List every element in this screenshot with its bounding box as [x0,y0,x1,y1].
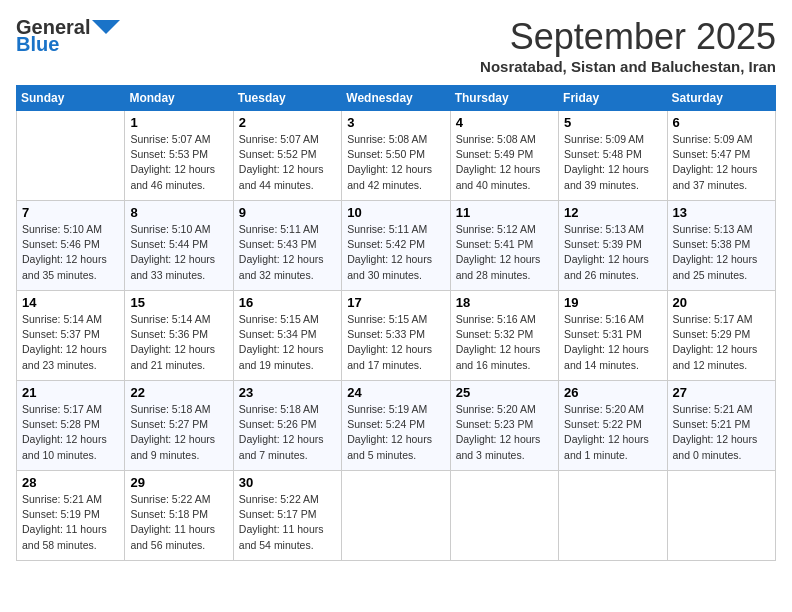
calendar-cell: 5Sunrise: 5:09 AM Sunset: 5:48 PM Daylig… [559,111,667,201]
calendar-cell: 9Sunrise: 5:11 AM Sunset: 5:43 PM Daylig… [233,201,341,291]
day-info: Sunrise: 5:08 AM Sunset: 5:50 PM Dayligh… [347,132,444,193]
day-info: Sunrise: 5:13 AM Sunset: 5:39 PM Dayligh… [564,222,661,283]
col-header-sunday: Sunday [17,86,125,111]
calendar-week-row: 1Sunrise: 5:07 AM Sunset: 5:53 PM Daylig… [17,111,776,201]
calendar-cell [667,471,775,561]
title-block: September 2025 Nosratabad, Sistan and Ba… [480,16,776,75]
calendar-cell: 19Sunrise: 5:16 AM Sunset: 5:31 PM Dayli… [559,291,667,381]
calendar-cell: 17Sunrise: 5:15 AM Sunset: 5:33 PM Dayli… [342,291,450,381]
day-info: Sunrise: 5:15 AM Sunset: 5:33 PM Dayligh… [347,312,444,373]
day-number: 26 [564,385,661,400]
day-number: 6 [673,115,770,130]
calendar-header-row: SundayMondayTuesdayWednesdayThursdayFrid… [17,86,776,111]
calendar-cell: 15Sunrise: 5:14 AM Sunset: 5:36 PM Dayli… [125,291,233,381]
day-info: Sunrise: 5:15 AM Sunset: 5:34 PM Dayligh… [239,312,336,373]
day-number: 25 [456,385,553,400]
day-info: Sunrise: 5:07 AM Sunset: 5:52 PM Dayligh… [239,132,336,193]
day-number: 23 [239,385,336,400]
logo: General Blue [16,16,120,56]
location-subtitle: Nosratabad, Sistan and Baluchestan, Iran [480,58,776,75]
col-header-wednesday: Wednesday [342,86,450,111]
day-number: 9 [239,205,336,220]
calendar-cell: 25Sunrise: 5:20 AM Sunset: 5:23 PM Dayli… [450,381,558,471]
calendar-table: SundayMondayTuesdayWednesdayThursdayFrid… [16,85,776,561]
day-number: 27 [673,385,770,400]
calendar-cell: 30Sunrise: 5:22 AM Sunset: 5:17 PM Dayli… [233,471,341,561]
day-info: Sunrise: 5:16 AM Sunset: 5:32 PM Dayligh… [456,312,553,373]
day-info: Sunrise: 5:16 AM Sunset: 5:31 PM Dayligh… [564,312,661,373]
day-info: Sunrise: 5:08 AM Sunset: 5:49 PM Dayligh… [456,132,553,193]
day-info: Sunrise: 5:21 AM Sunset: 5:21 PM Dayligh… [673,402,770,463]
day-number: 20 [673,295,770,310]
calendar-cell: 11Sunrise: 5:12 AM Sunset: 5:41 PM Dayli… [450,201,558,291]
day-info: Sunrise: 5:17 AM Sunset: 5:28 PM Dayligh… [22,402,119,463]
day-info: Sunrise: 5:18 AM Sunset: 5:27 PM Dayligh… [130,402,227,463]
day-info: Sunrise: 5:20 AM Sunset: 5:23 PM Dayligh… [456,402,553,463]
calendar-cell: 16Sunrise: 5:15 AM Sunset: 5:34 PM Dayli… [233,291,341,381]
day-number: 29 [130,475,227,490]
day-info: Sunrise: 5:09 AM Sunset: 5:48 PM Dayligh… [564,132,661,193]
month-title: September 2025 [480,16,776,58]
day-info: Sunrise: 5:17 AM Sunset: 5:29 PM Dayligh… [673,312,770,373]
calendar-cell: 8Sunrise: 5:10 AM Sunset: 5:44 PM Daylig… [125,201,233,291]
day-number: 17 [347,295,444,310]
calendar-cell: 23Sunrise: 5:18 AM Sunset: 5:26 PM Dayli… [233,381,341,471]
day-number: 18 [456,295,553,310]
day-info: Sunrise: 5:19 AM Sunset: 5:24 PM Dayligh… [347,402,444,463]
calendar-cell: 21Sunrise: 5:17 AM Sunset: 5:28 PM Dayli… [17,381,125,471]
logo-blue: Blue [16,33,59,56]
day-number: 30 [239,475,336,490]
day-info: Sunrise: 5:12 AM Sunset: 5:41 PM Dayligh… [456,222,553,283]
calendar-cell [342,471,450,561]
col-header-saturday: Saturday [667,86,775,111]
day-number: 21 [22,385,119,400]
day-info: Sunrise: 5:11 AM Sunset: 5:43 PM Dayligh… [239,222,336,283]
calendar-cell: 4Sunrise: 5:08 AM Sunset: 5:49 PM Daylig… [450,111,558,201]
calendar-cell: 27Sunrise: 5:21 AM Sunset: 5:21 PM Dayli… [667,381,775,471]
svg-marker-0 [92,20,120,34]
day-info: Sunrise: 5:20 AM Sunset: 5:22 PM Dayligh… [564,402,661,463]
day-info: Sunrise: 5:11 AM Sunset: 5:42 PM Dayligh… [347,222,444,283]
calendar-cell: 28Sunrise: 5:21 AM Sunset: 5:19 PM Dayli… [17,471,125,561]
day-number: 24 [347,385,444,400]
col-header-thursday: Thursday [450,86,558,111]
calendar-cell: 18Sunrise: 5:16 AM Sunset: 5:32 PM Dayli… [450,291,558,381]
day-info: Sunrise: 5:10 AM Sunset: 5:44 PM Dayligh… [130,222,227,283]
calendar-week-row: 21Sunrise: 5:17 AM Sunset: 5:28 PM Dayli… [17,381,776,471]
calendar-cell: 29Sunrise: 5:22 AM Sunset: 5:18 PM Dayli… [125,471,233,561]
calendar-cell: 22Sunrise: 5:18 AM Sunset: 5:27 PM Dayli… [125,381,233,471]
col-header-friday: Friday [559,86,667,111]
calendar-cell: 14Sunrise: 5:14 AM Sunset: 5:37 PM Dayli… [17,291,125,381]
col-header-tuesday: Tuesday [233,86,341,111]
day-number: 19 [564,295,661,310]
day-number: 7 [22,205,119,220]
day-number: 5 [564,115,661,130]
day-number: 3 [347,115,444,130]
day-number: 15 [130,295,227,310]
day-number: 22 [130,385,227,400]
day-info: Sunrise: 5:13 AM Sunset: 5:38 PM Dayligh… [673,222,770,283]
day-info: Sunrise: 5:22 AM Sunset: 5:17 PM Dayligh… [239,492,336,553]
day-info: Sunrise: 5:14 AM Sunset: 5:36 PM Dayligh… [130,312,227,373]
day-number: 13 [673,205,770,220]
day-number: 12 [564,205,661,220]
calendar-cell: 12Sunrise: 5:13 AM Sunset: 5:39 PM Dayli… [559,201,667,291]
calendar-cell: 10Sunrise: 5:11 AM Sunset: 5:42 PM Dayli… [342,201,450,291]
day-number: 8 [130,205,227,220]
day-info: Sunrise: 5:14 AM Sunset: 5:37 PM Dayligh… [22,312,119,373]
calendar-week-row: 28Sunrise: 5:21 AM Sunset: 5:19 PM Dayli… [17,471,776,561]
col-header-monday: Monday [125,86,233,111]
day-number: 2 [239,115,336,130]
day-info: Sunrise: 5:10 AM Sunset: 5:46 PM Dayligh… [22,222,119,283]
calendar-week-row: 14Sunrise: 5:14 AM Sunset: 5:37 PM Dayli… [17,291,776,381]
calendar-cell: 2Sunrise: 5:07 AM Sunset: 5:52 PM Daylig… [233,111,341,201]
calendar-cell [559,471,667,561]
day-info: Sunrise: 5:07 AM Sunset: 5:53 PM Dayligh… [130,132,227,193]
calendar-cell: 20Sunrise: 5:17 AM Sunset: 5:29 PM Dayli… [667,291,775,381]
day-number: 28 [22,475,119,490]
calendar-cell: 7Sunrise: 5:10 AM Sunset: 5:46 PM Daylig… [17,201,125,291]
calendar-cell [17,111,125,201]
calendar-cell: 13Sunrise: 5:13 AM Sunset: 5:38 PM Dayli… [667,201,775,291]
day-info: Sunrise: 5:21 AM Sunset: 5:19 PM Dayligh… [22,492,119,553]
logo-icon [92,20,120,34]
